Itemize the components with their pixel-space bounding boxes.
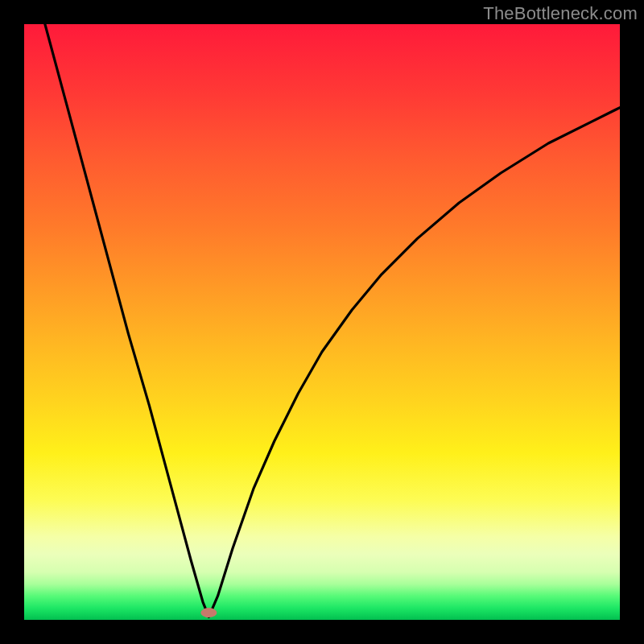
- bottleneck-curve-line: [24, 24, 620, 617]
- plot-area: [24, 24, 620, 620]
- minimum-marker: [200, 608, 217, 617]
- chart-frame: TheBottleneck.com: [0, 0, 644, 644]
- chart-svg: [24, 24, 620, 620]
- watermark-text: TheBottleneck.com: [483, 3, 638, 24]
